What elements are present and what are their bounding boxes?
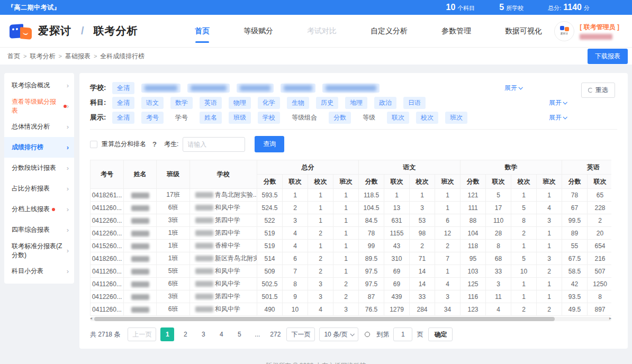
table-row[interactable]: 0418261...17班青岛北附实验...593.5111118.511112… [91, 189, 612, 202]
subcol-header-分数[interactable]: 分数 [359, 175, 384, 189]
sidebar-item-联考标准分报表(Z分数)[interactable]: 联考标准分报表(Z分数)› [4, 240, 74, 261]
subcol-header-联次[interactable]: 联次 [283, 175, 308, 189]
sidebar-item-占比分析报表[interactable]: 占比分析报表› [4, 178, 74, 199]
nav-item-自定义分析[interactable]: 自定义分析 [371, 15, 408, 47]
prev-page-button[interactable]: 上一页 [128, 327, 156, 341]
school-chip-clear[interactable]: 全清 [112, 82, 134, 94]
sidebar-item-分档上线报表[interactable]: 分档上线报表› [4, 199, 74, 220]
col-header-姓名[interactable]: 姓名 [124, 160, 157, 189]
table-horizontal-scrollbar[interactable]: ◂ ▸ [90, 317, 611, 321]
page-number-5[interactable]: 5 [232, 327, 246, 341]
subject-chip-数学[interactable]: 数学 [170, 97, 193, 109]
subject-chip-clear[interactable]: 全清 [112, 97, 134, 109]
page-size-select[interactable]: 10 条/页 [319, 327, 358, 341]
scrollbar-thumb[interactable] [94, 317, 555, 321]
school-chip-redacted[interactable] [322, 84, 380, 93]
subcol-header-校次[interactable]: 校次 [511, 175, 537, 189]
scroll-right-arrow-icon[interactable]: ▸ [609, 316, 611, 321]
user-avatar[interactable]: 爱探讨 [554, 21, 574, 41]
col-header-班级[interactable]: 班级 [157, 160, 190, 189]
school-chip-redacted[interactable] [281, 84, 315, 93]
display-chip-学号[interactable]: 学号 [170, 112, 193, 124]
subcol-header-分数[interactable]: 分数 [257, 175, 283, 189]
display-chip-clear[interactable]: 全清 [112, 112, 134, 124]
page-number-272[interactable]: 272 [268, 327, 282, 341]
breadcrumb-item[interactable]: 基础报表 [65, 52, 91, 61]
page-number-2[interactable]: 2 [178, 327, 192, 341]
student-search-input[interactable] [183, 137, 245, 152]
subject-chip-历史[interactable]: 历史 [316, 97, 338, 109]
nav-item-考试对比[interactable]: 考试对比 [307, 15, 337, 47]
display-chip-校次[interactable]: 校次 [416, 112, 438, 124]
nav-item-参数管理[interactable]: 参数管理 [441, 15, 471, 47]
subject-chip-生物[interactable]: 生物 [287, 97, 309, 109]
display-chip-姓名[interactable]: 姓名 [200, 112, 222, 124]
subcol-header-联次[interactable]: 联次 [384, 175, 410, 189]
subject-chip-政治[interactable]: 政治 [374, 97, 396, 109]
school-chip-redacted[interactable] [141, 84, 180, 93]
nav-item-首页[interactable]: 首页 [195, 15, 210, 47]
display-chip-分数[interactable]: 分数 [329, 112, 351, 124]
table-row[interactable]: 0412260...1班第四中学519421781155981210428218… [91, 227, 612, 240]
sidebar-item-四率综合报表[interactable]: 四率综合报表› [4, 220, 74, 240]
help-icon[interactable]: ? [152, 140, 157, 148]
sidebar-item-联考综合概况[interactable]: 联考综合概况› [4, 75, 74, 96]
subcol-header-分数[interactable]: 分数 [562, 175, 588, 189]
table-row[interactable]: 0418260...1班新区青岛北附实验...51462189.53107179… [91, 252, 612, 265]
display-chip-等级组合[interactable]: 等级组合 [287, 112, 322, 124]
user-area[interactable]: 爱探讨 [ 联考管理员 ] [554, 21, 619, 41]
recalc-checkbox[interactable] [90, 141, 97, 148]
school-chip-redacted[interactable] [237, 84, 274, 93]
subject-chip-地理[interactable]: 地理 [345, 97, 367, 109]
table-row[interactable]: 0411260...6班和风中学502.583297.5691441253114… [91, 278, 612, 290]
col-header-学校[interactable]: 学校 [190, 160, 257, 189]
display-chip-班次[interactable]: 班次 [445, 112, 467, 124]
subcol-header-班次[interactable]: 班次 [333, 175, 359, 189]
subject-chip-语文[interactable]: 语文 [141, 97, 164, 109]
subcol-header-联次[interactable]: 联次 [588, 175, 612, 189]
app-logo[interactable]: 爱探讨 / 联考分析 [10, 23, 138, 39]
subject-chip-英语[interactable]: 英语 [200, 97, 222, 109]
page-number-3[interactable]: 3 [196, 327, 210, 341]
expand-display-filter[interactable]: 展开 [549, 113, 566, 122]
col-header-考号[interactable]: 考号 [91, 160, 124, 189]
search-button[interactable]: 查询 [255, 136, 284, 152]
sidebar-item-成绩排行榜[interactable]: 成绩排行榜› [4, 137, 74, 158]
expand-school-filter[interactable]: 展开 [504, 84, 522, 93]
sidebar-item-科目小分表[interactable]: 科目小分表› [4, 261, 74, 281]
subcol-header-班次[interactable]: 班次 [537, 175, 562, 189]
display-chip-考号[interactable]: 考号 [141, 112, 164, 124]
school-chip-redacted[interactable] [187, 84, 230, 93]
display-chip-联次[interactable]: 联次 [387, 112, 409, 124]
table-row[interactable]: 0411260...6班和风中学524.5211104.513311111754… [91, 202, 612, 214]
sidebar-item-查看等级赋分报表[interactable]: 查看等级赋分报表› [4, 96, 74, 116]
subcol-header-班次[interactable]: 班次 [435, 175, 461, 189]
goto-page-input[interactable] [393, 327, 412, 341]
display-chip-等级[interactable]: 等级 [358, 112, 380, 124]
table-row[interactable]: 0411260...6班和风中学490104376.51279284341234… [91, 303, 612, 316]
subject-chip-日语[interactable]: 日语 [403, 97, 426, 109]
sidebar-item-分数段统计报表[interactable]: 分数段统计报表› [4, 158, 74, 178]
subcol-header-校次[interactable]: 校次 [410, 175, 435, 189]
subject-chip-化学[interactable]: 化学 [258, 97, 280, 109]
goto-confirm-button[interactable]: 确定 [428, 327, 453, 341]
nav-item-等级赋分[interactable]: 等级赋分 [243, 15, 273, 47]
table-row[interactable]: 0412260...3班第四中学501.59328743933311611119… [91, 290, 612, 303]
expand-subject-filter[interactable]: 展开 [549, 98, 566, 107]
display-chip-学校[interactable]: 学校 [258, 112, 280, 124]
display-chip-班级[interactable]: 班级 [229, 112, 251, 124]
reselect-button[interactable]: 重选 [581, 83, 615, 98]
refresh-table-icon[interactable] [365, 332, 370, 337]
page-number-1[interactable]: 1 [160, 327, 174, 341]
sidebar-item-总体情况分析[interactable]: 总体情况分析› [4, 116, 74, 137]
subcol-header-校次[interactable]: 校次 [308, 175, 333, 189]
nav-item-数据可视化[interactable]: 数据可视化 [505, 15, 542, 47]
table-row[interactable]: 0412260...3班第四中学52231184.563153688110839… [91, 214, 612, 227]
table-row[interactable]: 0415260...1班香樟中学51941199432211881155654 [91, 240, 612, 252]
breadcrumb-item[interactable]: 全科成绩排行榜 [100, 52, 145, 61]
breadcrumb-item[interactable]: 联考分析 [30, 52, 55, 61]
scroll-left-arrow-icon[interactable]: ◂ [90, 316, 92, 321]
table-row[interactable]: 0411260...5班和风中学50972197.569141103331025… [91, 265, 612, 278]
download-report-button[interactable]: 下载报表 [588, 49, 628, 64]
page-number-4[interactable]: 4 [214, 327, 228, 341]
